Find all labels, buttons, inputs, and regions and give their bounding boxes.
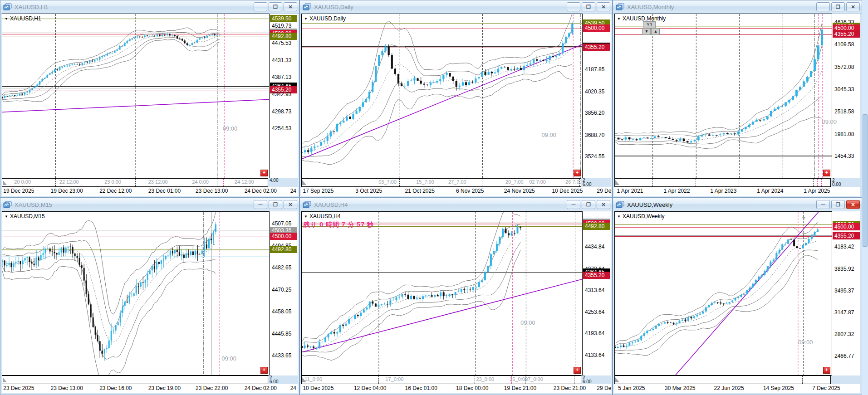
price-axis[interactable]: 4507.054503.354500.004494.854492.804482.…: [270, 211, 298, 375]
chart-body: ▼XAUUSD,Weekly09:00▼+4539.504500.004355.…: [614, 211, 860, 393]
chart-plot-area[interactable]: ▼XAUUSD,H409:00残り 0 時間 7 分 57 秒+: [301, 211, 583, 375]
chevron-down-icon: ▼: [617, 17, 621, 21]
price-axis[interactable]: 4636.334539.504500.004355.204109.583572.…: [832, 14, 860, 178]
price-tick-label: 4183.42: [834, 244, 854, 250]
period-strip[interactable]: 11_0:0017_0:0023_0:0025_0:0027_0:00: [301, 375, 581, 384]
time-axis-label: 18 Dec 00:00: [456, 385, 488, 391]
one-click-trading-button[interactable]: +: [574, 367, 581, 374]
close-button[interactable]: ✕: [284, 2, 297, 11]
minimize-icon: —: [821, 5, 825, 9]
period-strip[interactable]: 03_7:0015_7:0027_7:0020_7:0002 7:0026 7:…: [301, 178, 581, 187]
price-tick-label: 3688.70: [585, 132, 604, 138]
price-tick-label: 3572.08: [834, 64, 854, 70]
price-tick-label: 4298.73: [272, 108, 291, 115]
maximize-button[interactable]: ❐: [831, 200, 845, 209]
chart-plot-area[interactable]: ▼XAUUSD,Weekly09:00▼+: [614, 211, 832, 375]
window-titlebar[interactable]: XAUUSD,Monthly—❐✕: [613, 0, 862, 14]
symbol-period-text: XAUUSD,Monthly: [623, 15, 666, 22]
candlestick-chart: [2, 14, 269, 178]
close-button[interactable]: ✕: [284, 200, 297, 209]
price-tick-label: 1454.33: [834, 153, 854, 159]
one-click-trading-button[interactable]: +: [823, 367, 830, 374]
window-titlebar[interactable]: XAUUSD,H4—❐✕: [300, 198, 612, 211]
price-tick-label: 2518.58: [834, 108, 854, 115]
time-axis-label: 23 Dec 13:00: [196, 188, 228, 194]
minimize-button[interactable]: —: [567, 2, 580, 11]
time-axis-label: 12 Dec 04:00: [354, 385, 386, 391]
minimize-icon: —: [259, 203, 263, 207]
close-button[interactable]: ✕: [846, 200, 860, 209]
price-axis[interactable]: 4503.354500.004492.804434.844373.644364.…: [583, 211, 611, 375]
time-axis[interactable]: 17 Sep 20253 Oct 202521 Oct 20256 Nov 20…: [301, 187, 611, 196]
period-strip[interactable]: 20 0:0022 12:0023 0:0023 12:0024 0:0024 …: [2, 178, 268, 187]
chart-plot-area[interactable]: ▼XAUUSD,Daily09:00+: [301, 14, 583, 178]
chart-plot-area[interactable]: ▼XAUUSD,M1509:00+: [2, 211, 270, 375]
period-separator-label: 02 7:00: [529, 179, 546, 185]
time-axis[interactable]: 1 Apr 20211 Apr 20221 Apr 20231 Apr 2024…: [614, 187, 860, 196]
time-axis[interactable]: 23 Dec 202523 Dec 13:0023 Dec 16:0023 De…: [2, 384, 298, 393]
chart-symbol-label: ▼XAUUSD,H4: [304, 213, 341, 219]
close-button[interactable]: ✕: [597, 200, 610, 209]
maximize-button[interactable]: ❐: [269, 2, 282, 11]
time-axis-label: 10 Dec 2025: [303, 385, 333, 391]
time-axis-label: 23 Dec 16:00: [99, 385, 132, 391]
close-button[interactable]: ✕: [597, 2, 610, 11]
minimize-button[interactable]: —: [816, 200, 830, 209]
period-separator-label: 17_0:00: [386, 376, 404, 382]
time-axis[interactable]: 19 Dec 202519 Dec 23:0022 Dec 12:0023 De…: [2, 187, 298, 196]
price-badge-4355-20: 4355.20: [583, 272, 610, 279]
chart-plot-area[interactable]: ▼XAUUSD,Monthly09:00Y1▼▲+: [614, 14, 832, 178]
maximize-button[interactable]: ❐: [582, 200, 595, 209]
close-button[interactable]: ✕: [846, 2, 860, 11]
candlestick-chart: [302, 14, 582, 178]
vertical-scrollbar[interactable]: [862, 0, 868, 395]
window-titlebar[interactable]: XAUUSD,M15—❐✕: [0, 198, 299, 211]
minimize-button[interactable]: —: [254, 2, 267, 11]
arrow-down-button[interactable]: ▼: [642, 28, 651, 35]
period-strip[interactable]: [614, 178, 831, 187]
window-title: XAUUSD,Daily: [314, 4, 565, 10]
window-title: XAUUSD,Monthly: [627, 4, 815, 10]
price-badge-4492-80: 4492.80: [270, 246, 297, 253]
one-click-trading-button[interactable]: +: [823, 170, 830, 176]
window-titlebar[interactable]: XAUUSD,Daily—❐✕: [300, 0, 612, 14]
price-axis[interactable]: 4539.504500.004364.654355.204187.854020.…: [583, 14, 611, 178]
maximize-button[interactable]: ❐: [269, 200, 282, 209]
symbol-period-text: XAUUSD,M15: [10, 213, 45, 219]
maximize-button[interactable]: ❐: [831, 2, 845, 11]
strip-scroll-arrow-icon: [3, 377, 7, 382]
strip-scroll-arrow-icon: [615, 377, 619, 382]
one-click-trading-button[interactable]: +: [574, 170, 581, 176]
chevron-down-icon: ▼: [304, 215, 308, 219]
time-axis-label: 23 Dec 22:00: [196, 385, 228, 391]
period-strip[interactable]: [614, 375, 831, 384]
price-tick-label: 2807.32: [834, 331, 854, 337]
time-axis-label: 23 Dec 21:00: [554, 385, 586, 391]
time-axis[interactable]: 5 Jan 202530 Mar 202522 Jun 202514 Sep 2…: [614, 384, 860, 393]
scrollbar-thumb[interactable]: [863, 114, 868, 247]
arrow-up-button[interactable]: ▲: [651, 28, 660, 35]
one-click-trading-button[interactable]: +: [260, 170, 268, 176]
chart-symbol-label: ▼XAUUSD,H1: [5, 15, 41, 22]
one-click-trading-button[interactable]: +: [260, 367, 268, 374]
y1-button[interactable]: Y1: [643, 21, 656, 28]
window-titlebar[interactable]: XAUUSD,H1—❐✕: [0, 0, 299, 14]
price-tick-label: 4193.64: [585, 330, 604, 336]
price-badge-4355-20: 4355.20: [583, 44, 610, 51]
price-axis[interactable]: 4539.504500.004355.204183.423835.923495.…: [832, 211, 860, 375]
price-axis[interactable]: 4539.504519.734503.354500.004492.804475.…: [270, 14, 298, 178]
chart-window-icon: [3, 3, 12, 10]
minimize-button[interactable]: —: [254, 200, 267, 209]
window-titlebar[interactable]: XAUUSD,Weekly—❐✕: [613, 198, 862, 211]
minimize-button[interactable]: —: [567, 200, 580, 209]
period-separator-label: 03_7:00: [378, 179, 397, 185]
maximize-button[interactable]: ❐: [582, 2, 595, 11]
minimize-button[interactable]: —: [816, 2, 830, 11]
price-tick-label: 3524.55: [585, 153, 604, 160]
close-icon: ✕: [601, 202, 605, 207]
price-badge-4500-00: 4500.00: [833, 223, 860, 230]
time-axis[interactable]: 10 Dec 202512 Dec 04:0016 Dec 01:0018 De…: [301, 384, 611, 393]
chart-plot-area[interactable]: ▼XAUUSD,H109:00+: [2, 14, 270, 178]
period-strip[interactable]: [2, 375, 268, 384]
time-axis-label: 14 Sep 2025: [763, 385, 794, 391]
